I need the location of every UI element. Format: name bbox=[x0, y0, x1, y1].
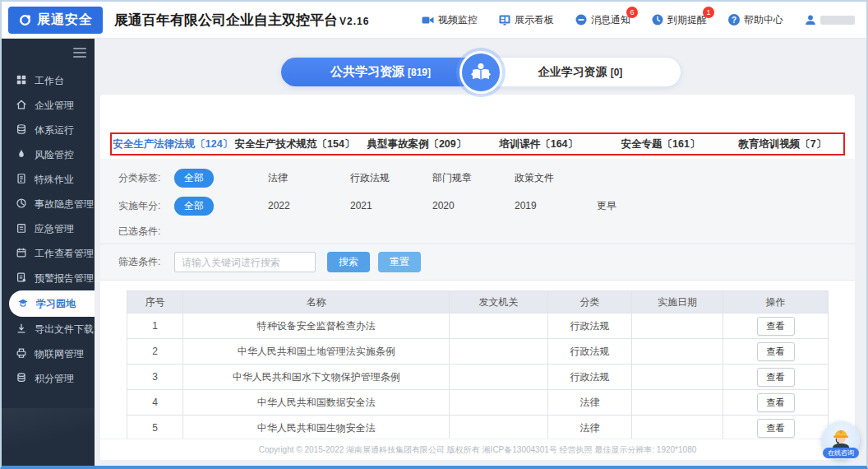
top-header: 展通安全 展通百年有限公司企业自主双控平台 V2.16 视频监控 展示看板 bbox=[2, 2, 866, 39]
sidebar-item-warning-report[interactable]: 预警报告管理 bbox=[2, 266, 95, 290]
filter-year-all[interactable]: 全部 bbox=[174, 197, 214, 216]
keyword-search-input[interactable] bbox=[174, 252, 316, 272]
view-button[interactable]: 查看 bbox=[757, 317, 795, 336]
category-accident-cases[interactable]: 典型事故案例〔209〕 bbox=[356, 137, 478, 151]
content-panel: 安全生产法律法规〔124〕 安全生产技术规范〔154〕 典型事故案例〔209〕 … bbox=[100, 95, 855, 460]
tab-public-resources[interactable]: 公共学习资源 [819] bbox=[281, 58, 481, 86]
tab-public-label: 公共学习资源 bbox=[330, 64, 404, 80]
logo-text: 展通安全 bbox=[37, 12, 93, 29]
risk-icon bbox=[16, 148, 27, 162]
col-name: 名称 bbox=[183, 291, 450, 313]
menu-toggle-icon[interactable] bbox=[73, 45, 86, 60]
cell-date bbox=[632, 390, 723, 416]
tab-enterprise-count: [0] bbox=[611, 67, 623, 78]
filter-type-all[interactable]: 全部 bbox=[174, 169, 214, 188]
expire-remind-label: 到期提醒 bbox=[667, 13, 707, 27]
display-board-label: 展示看板 bbox=[515, 13, 554, 27]
sidebar-item-work-view[interactable]: 工作查看管理 bbox=[2, 241, 95, 266]
filter-type-option[interactable]: 政策文件 bbox=[515, 171, 597, 185]
emergency-icon bbox=[16, 222, 27, 236]
page-title: 展通百年有限公司企业自主双控平台 V2.16 bbox=[114, 11, 369, 30]
category-training-videos[interactable]: 教育培训视频〔7〕 bbox=[722, 137, 843, 151]
view-button[interactable]: 查看 bbox=[757, 342, 795, 361]
sidebar-item-label: 工作台 bbox=[35, 74, 64, 88]
cell-action: 查看 bbox=[723, 390, 829, 416]
cell-category: 法律 bbox=[547, 390, 631, 416]
table-row: 1 特种设备安全监督检查办法 行政法规 查看 bbox=[127, 313, 829, 339]
keyword-filter-label: 筛选条件: bbox=[118, 255, 174, 269]
view-button[interactable]: 查看 bbox=[757, 368, 795, 387]
filter-row-selected: 已选条件: bbox=[100, 220, 855, 244]
sidebar-item-accident[interactable]: 事故隐患管理 bbox=[2, 192, 95, 216]
cell-action: 查看 bbox=[723, 313, 829, 339]
filter-year-option[interactable]: 2021 bbox=[350, 200, 432, 211]
cell-action: 查看 bbox=[723, 416, 829, 441]
message-notify-link[interactable]: 消息通知 6 bbox=[575, 13, 630, 27]
sidebar-item-workbench[interactable]: 工作台 bbox=[2, 68, 95, 93]
sidebar-item-enterprise[interactable]: 企业管理 bbox=[2, 93, 95, 118]
copyright-text: Copyright © 2015-2022 湖南展通科技集团有限公司 版权所有 … bbox=[259, 444, 697, 456]
cell-category: 行政法规 bbox=[547, 365, 631, 390]
resource-tab-switch: 公共学习资源 [819] 企业学习资源 [0] bbox=[280, 57, 681, 87]
filter-year-option[interactable]: 更早 bbox=[597, 199, 679, 213]
cell-category: 行政法规 bbox=[547, 313, 631, 339]
expire-remind-link[interactable]: 到期提醒 1 bbox=[652, 13, 707, 27]
category-laws[interactable]: 安全生产法律法规〔124〕 bbox=[112, 137, 233, 151]
help-icon: ? bbox=[728, 14, 740, 26]
filter-type-option[interactable]: 行政法规 bbox=[350, 171, 432, 185]
tab-enterprise-resources[interactable]: 企业学习资源 [0] bbox=[481, 58, 681, 86]
sidebar-item-points[interactable]: 积分管理 bbox=[2, 366, 95, 391]
filter-year-option[interactable]: 2022 bbox=[268, 200, 350, 211]
view-button[interactable]: 查看 bbox=[757, 393, 795, 412]
download-icon bbox=[16, 323, 27, 337]
cell-name: 中华人民共和国数据安全法 bbox=[183, 390, 450, 416]
sidebar-item-emergency[interactable]: 应急管理 bbox=[2, 216, 95, 241]
warning-report-icon bbox=[16, 272, 27, 286]
table-row: 5 中华人民共和国生物安全法 法律 查看 bbox=[127, 416, 829, 441]
category-tech-standards[interactable]: 安全生产技术规范〔154〕 bbox=[233, 137, 355, 151]
table-row: 4 中华人民共和国数据安全法 法律 查看 bbox=[127, 390, 829, 416]
filter-type-option[interactable]: 部门规章 bbox=[432, 171, 515, 185]
view-button[interactable]: 查看 bbox=[757, 419, 795, 438]
sidebar-item-risk[interactable]: 风险管控 bbox=[2, 142, 95, 167]
video-monitor-label: 视频监控 bbox=[438, 13, 478, 27]
online-consult-widget[interactable]: 在线咨询 bbox=[822, 421, 860, 459]
filter-year-option[interactable]: 2019 bbox=[515, 200, 597, 211]
sidebar-item-study[interactable]: 学习园地 bbox=[9, 290, 95, 317]
platform-version: V2.16 bbox=[339, 16, 369, 27]
sidebar-item-export-download[interactable]: 导出文件下载 bbox=[2, 317, 95, 341]
table-row: 2 中华人民共和国土地管理法实施条例 行政法规 查看 bbox=[127, 339, 829, 365]
sidebar-item-special-work[interactable]: 特殊作业 bbox=[2, 167, 95, 192]
video-monitor-link[interactable]: 视频监控 bbox=[422, 13, 478, 27]
display-board-link[interactable]: 展示看板 bbox=[499, 13, 554, 27]
sidebar-item-label: 企业管理 bbox=[35, 99, 74, 113]
filter-row-type: 分类标签: 全部 法律 行政法规 部门规章 政策文件 bbox=[100, 164, 855, 192]
search-button[interactable]: 搜索 bbox=[327, 252, 370, 272]
cell-agency bbox=[450, 416, 547, 441]
camera-icon bbox=[422, 15, 434, 26]
logo-icon bbox=[18, 13, 32, 27]
sidebar: 工作台 企业管理 体系运行 风险管控 特殊作业 事故隐患管理 bbox=[2, 39, 95, 466]
filter-year-option[interactable]: 2020 bbox=[432, 200, 515, 211]
category-safety-topics[interactable]: 安全专题〔161〕 bbox=[599, 137, 721, 151]
cell-no: 2 bbox=[127, 339, 183, 365]
cell-category: 行政法规 bbox=[547, 339, 631, 365]
brand-logo[interactable]: 展通安全 bbox=[8, 7, 103, 34]
filter-year-label: 实施年分: bbox=[118, 199, 174, 213]
sidebar-item-iot[interactable]: 物联网管理 bbox=[2, 341, 95, 366]
filter-type-option[interactable]: 法律 bbox=[268, 171, 350, 185]
sidebar-item-label: 积分管理 bbox=[35, 372, 74, 386]
reset-button[interactable]: 重置 bbox=[378, 252, 421, 272]
sidebar-item-system-run[interactable]: 体系运行 bbox=[2, 118, 95, 142]
platform-title: 展通百年有限公司企业自主双控平台 bbox=[114, 11, 338, 30]
help-center-link[interactable]: ? 帮助中心 bbox=[728, 13, 783, 27]
sidebar-item-label: 风险管控 bbox=[35, 148, 74, 162]
system-icon bbox=[16, 123, 27, 137]
sidebar-item-label: 导出文件下载 bbox=[35, 323, 94, 337]
cell-agency bbox=[450, 365, 547, 390]
cell-action: 查看 bbox=[723, 339, 829, 365]
category-training-courseware[interactable]: 培训课件〔164〕 bbox=[478, 137, 599, 151]
study-icon bbox=[17, 297, 29, 311]
user-account[interactable] bbox=[805, 14, 855, 26]
col-action: 操作 bbox=[723, 291, 829, 313]
